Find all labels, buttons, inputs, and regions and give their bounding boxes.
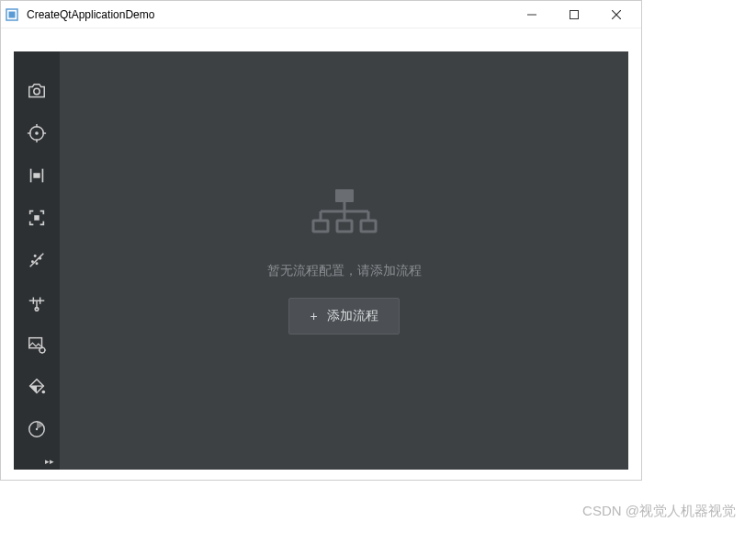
app-icon (5, 7, 19, 22)
svg-point-8 (35, 131, 39, 135)
tool-target[interactable] (14, 112, 60, 154)
tool-radar[interactable] (14, 408, 60, 450)
sidebar-expand-toggle[interactable]: ▸▸ (14, 453, 60, 470)
svg-rect-16 (34, 215, 39, 221)
maximize-button[interactable] (553, 1, 595, 28)
svg-point-19 (36, 262, 39, 265)
svg-point-21 (34, 255, 37, 257)
close-button[interactable] (595, 1, 638, 28)
camera-icon (27, 81, 47, 101)
svg-point-29 (42, 391, 46, 394)
svg-rect-39 (337, 221, 352, 232)
svg-rect-40 (361, 221, 376, 232)
svg-point-31 (36, 428, 38, 430)
radar-icon (27, 419, 47, 439)
image-settings-icon (27, 335, 47, 355)
plus-icon: + (310, 309, 317, 323)
tool-sidebar: ▸▸ (14, 51, 60, 470)
tool-focus[interactable] (14, 197, 60, 239)
expand-icon: ▸▸ (45, 457, 54, 466)
svg-rect-1 (9, 11, 16, 17)
window-title: CreateQtApplicationDemo (27, 8, 511, 21)
slider-icon (27, 292, 47, 312)
svg-rect-15 (33, 173, 39, 178)
minimize-button[interactable] (511, 1, 553, 28)
scatter-icon (27, 250, 47, 270)
svg-rect-3 (570, 10, 579, 18)
tool-image-settings[interactable] (14, 323, 60, 366)
caliper-icon (27, 165, 47, 186)
empty-state-message: 暂无流程配置，请添加流程 (267, 263, 422, 279)
add-flow-label: 添加流程 (327, 308, 378, 324)
svg-point-20 (39, 257, 41, 260)
window-controls (511, 1, 638, 28)
svg-rect-38 (313, 221, 328, 232)
focus-icon (27, 208, 47, 228)
watermark: CSDN @视觉人机器视觉 (582, 503, 736, 520)
paint-icon (27, 377, 47, 397)
svg-rect-32 (335, 189, 354, 202)
svg-point-18 (31, 260, 34, 263)
titlebar: CreateQtApplicationDemo (1, 1, 641, 28)
tool-scatter[interactable] (14, 239, 60, 281)
tool-camera[interactable] (14, 70, 60, 112)
svg-point-6 (34, 88, 39, 94)
target-icon (27, 123, 47, 143)
flowchart-icon (308, 187, 381, 241)
empty-state-illustration (308, 187, 381, 244)
add-flow-button[interactable]: + 添加流程 (288, 298, 399, 335)
app-body: ▸▸ 暂无流程配置，请 (1, 28, 641, 480)
app-window: CreateQtApplicationDemo (0, 0, 642, 481)
tool-paint[interactable] (14, 366, 60, 408)
canvas-area: 暂无流程配置，请添加流程 + 添加流程 (60, 51, 628, 470)
tool-caliper[interactable] (14, 154, 60, 197)
tool-slider[interactable] (14, 281, 60, 323)
workspace: ▸▸ 暂无流程配置，请 (14, 51, 628, 470)
